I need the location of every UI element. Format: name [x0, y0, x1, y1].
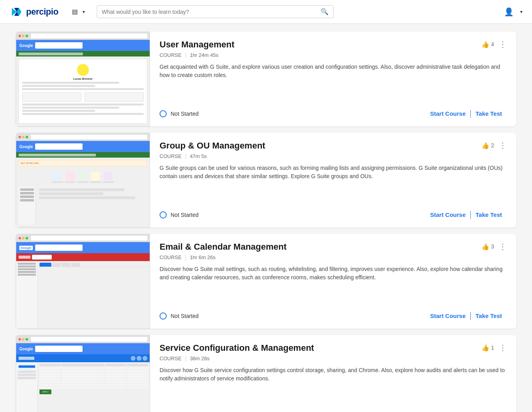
status-area-1: Not Started	[160, 110, 199, 117]
course-meta-3: COURSE 1hr 6m 26s	[160, 254, 287, 260]
like-area-4: 👍 1	[481, 344, 494, 352]
take-test-button-3[interactable]: Take Test	[471, 309, 507, 322]
take-test-button-4[interactable]: Take Test	[471, 410, 507, 412]
course-thumbnail-3: Google	[16, 234, 150, 329]
status-circle-2	[160, 211, 167, 218]
course-type-4: COURSE	[160, 356, 182, 361]
thumbs-up-icon-4[interactable]: 👍	[481, 344, 489, 352]
course-info-3: Email & Calendar Management COURSE 1hr 6…	[150, 234, 516, 329]
course-meta-2: COURSE 47m 5s	[160, 153, 265, 159]
start-course-button-2[interactable]: Start Course	[425, 208, 470, 221]
course-actions-2: Not Started Start Course Take Test	[160, 208, 507, 221]
course-thumbnail-4: Google	[16, 335, 150, 412]
course-meta-1: COURSE 1hr 24m 45s	[160, 52, 235, 58]
like-area-3: 👍 3	[481, 243, 494, 250]
course-description-2: G Suite groups can be used for various r…	[160, 164, 507, 202]
course-description-4: Discover how G Suite service configurati…	[160, 366, 507, 404]
course-card-4: Google	[16, 335, 516, 412]
course-card-3: Google	[16, 234, 516, 329]
action-buttons-4: Start Course Take Test	[425, 410, 507, 412]
course-actions-3: Not Started Start Course Take Test	[160, 309, 507, 322]
course-title-area-2: Group & OU Management COURSE 47m 5s	[160, 141, 265, 164]
course-actions-1: Not Started Start Course Take Test	[160, 107, 507, 120]
status-text-3: Not Started	[171, 313, 199, 319]
course-header-3: Email & Calendar Management COURSE 1hr 6…	[160, 242, 507, 265]
search-input[interactable]	[102, 9, 321, 15]
meta-divider-3	[186, 255, 186, 260]
course-description-3: Discover how G Suite mail settings, such…	[160, 265, 507, 303]
action-buttons-3: Start Course Take Test	[425, 309, 507, 322]
take-test-button-1[interactable]: Take Test	[471, 107, 507, 120]
status-area-2: Not Started	[160, 211, 199, 218]
course-title-area-4: Service Configuration & Management COURS…	[160, 343, 314, 366]
like-count-2: 2	[491, 142, 494, 149]
course-header-right-2: 👍 2 ⋮	[481, 141, 507, 150]
start-course-button-1[interactable]: Start Course	[425, 107, 470, 120]
profile-person-icon: 👤	[504, 7, 514, 17]
course-info-2: Group & OU Management COURSE 47m 5s 👍 2 …	[150, 133, 516, 228]
like-count-4: 1	[491, 344, 494, 351]
library-chevron-icon: ▾	[83, 9, 85, 15]
logo[interactable]: percipio	[9, 5, 58, 19]
course-thumbnail-1: Google Lucas Brenner	[16, 32, 150, 126]
course-thumbnail-2: Google SET UP BILLING	[16, 133, 150, 228]
course-meta-4: COURSE 38m 28s	[160, 356, 314, 361]
thumbs-up-icon-1[interactable]: 👍	[481, 41, 489, 48]
course-title-3: Email & Calendar Management	[160, 242, 287, 252]
like-count-3: 3	[491, 243, 494, 250]
course-info-1: User Management COURSE 1hr 24m 45s 👍 4 ⋮…	[150, 32, 516, 126]
course-header-1: User Management COURSE 1hr 24m 45s 👍 4 ⋮	[160, 40, 507, 63]
course-duration-4: 38m 28s	[190, 356, 210, 361]
meta-divider-1	[186, 53, 186, 58]
action-buttons-2: Start Course Take Test	[425, 208, 507, 221]
course-header-right-4: 👍 1 ⋮	[481, 343, 507, 352]
status-text-1: Not Started	[171, 111, 199, 117]
more-options-icon-1[interactable]: ⋮	[499, 40, 507, 49]
like-area-1: 👍 4	[481, 41, 494, 48]
status-circle-3	[160, 312, 167, 320]
course-title-4: Service Configuration & Management	[160, 343, 314, 353]
course-card-2: Google SET UP BILLING	[16, 133, 516, 228]
header: percipio ▤ ▾ 🔍 👤 ▾	[0, 0, 532, 24]
course-duration-3: 1hr 6m 26s	[190, 254, 216, 260]
meta-divider-4	[186, 356, 186, 361]
meta-divider-2	[186, 154, 186, 159]
course-actions-4: Not Started Start Course Take Test	[160, 410, 507, 412]
course-info-4: Service Configuration & Management COURS…	[150, 335, 516, 412]
status-area-3: Not Started	[160, 312, 199, 320]
profile-button[interactable]: 👤 ▾	[504, 7, 523, 17]
course-type-3: COURSE	[160, 254, 182, 260]
thumbs-up-icon-3[interactable]: 👍	[481, 243, 489, 250]
search-icon: 🔍	[321, 8, 329, 15]
search-bar: 🔍	[97, 5, 334, 18]
logo-text: percipio	[26, 7, 58, 17]
course-duration-1: 1hr 24m 45s	[190, 52, 218, 58]
take-test-button-2[interactable]: Take Test	[471, 208, 507, 221]
main-content: Google Lucas Brenner	[0, 24, 532, 412]
course-title-1: User Management	[160, 40, 235, 50]
status-text-2: Not Started	[171, 212, 199, 218]
start-course-button-3[interactable]: Start Course	[425, 309, 470, 322]
course-header-right-3: 👍 3 ⋮	[481, 242, 507, 251]
library-button[interactable]: ▤ ▾	[68, 6, 89, 18]
action-buttons-1: Start Course Take Test	[425, 107, 507, 120]
course-header-2: Group & OU Management COURSE 47m 5s 👍 2 …	[160, 141, 507, 164]
profile-chevron-icon: ▾	[520, 9, 523, 15]
percipio-logo-icon	[9, 5, 24, 19]
like-count-1: 4	[491, 41, 494, 47]
status-circle-1	[160, 110, 167, 117]
more-options-icon-4[interactable]: ⋮	[499, 343, 507, 352]
course-header-4: Service Configuration & Management COURS…	[160, 343, 507, 366]
course-title-area-1: User Management COURSE 1hr 24m 45s	[160, 40, 235, 63]
thumbs-up-icon-2[interactable]: 👍	[481, 142, 489, 149]
course-header-right-1: 👍 4 ⋮	[481, 40, 507, 49]
more-options-icon-3[interactable]: ⋮	[499, 242, 507, 251]
course-title-area-3: Email & Calendar Management COURSE 1hr 6…	[160, 242, 287, 265]
course-type-1: COURSE	[160, 52, 182, 58]
more-options-icon-2[interactable]: ⋮	[499, 141, 507, 150]
like-area-2: 👍 2	[481, 142, 494, 149]
course-card-1: Google Lucas Brenner	[16, 32, 516, 126]
course-duration-2: 47m 5s	[190, 153, 207, 159]
start-course-button-4[interactable]: Start Course	[425, 410, 470, 412]
course-description-1: Get acquainted with G Suite, and explore…	[160, 63, 507, 101]
